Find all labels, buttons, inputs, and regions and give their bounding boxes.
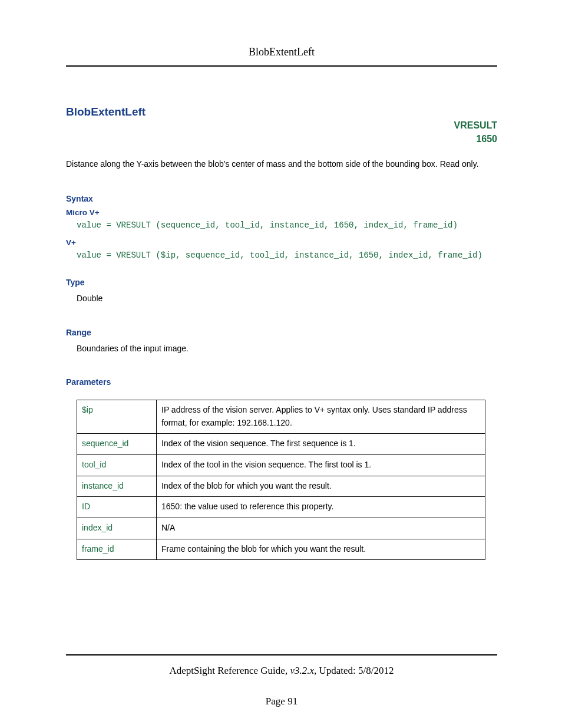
- param-name: $ip: [77, 400, 157, 433]
- parameters-heading: Parameters: [66, 377, 497, 387]
- vresult-code: 1650: [66, 132, 497, 146]
- footer-page-label: Page: [266, 696, 285, 707]
- micro-vplus-code: value = VRESULT (sequence_id, tool_id, i…: [77, 220, 497, 230]
- param-name: index_id: [77, 518, 157, 539]
- footer-guide-name: AdeptSight Reference Guide: [169, 665, 285, 676]
- param-desc: Index of the blob for which you want the…: [157, 476, 485, 497]
- range-heading: Range: [66, 328, 497, 337]
- type-section: Type Double: [66, 278, 497, 305]
- table-row: instance_idIndex of the blob for which y…: [77, 476, 485, 497]
- table-row: sequence_idIndex of the vision sequence.…: [77, 434, 485, 455]
- table-row: $ipIP address of the vision server. Appl…: [77, 400, 485, 433]
- footer-version: v3.2.x: [290, 665, 314, 676]
- range-section: Range Boundaries of the input image.: [66, 328, 497, 355]
- footer-page: Page 91: [66, 696, 497, 707]
- vplus-code: value = VRESULT ($ip, sequence_id, tool_…: [77, 251, 497, 260]
- micro-vplus-label: Micro V+: [66, 208, 497, 217]
- syntax-heading: Syntax: [66, 194, 497, 203]
- param-name: tool_id: [77, 455, 157, 476]
- running-header: BlobExtentLeft: [66, 46, 497, 67]
- syntax-section: Syntax Micro V+ value = VRESULT (sequenc…: [66, 194, 497, 260]
- param-name: frame_id: [77, 539, 157, 560]
- parameters-table: $ipIP address of the vision server. Appl…: [77, 400, 485, 561]
- footer-updated-label: Updated:: [319, 665, 355, 676]
- type-heading: Type: [66, 278, 497, 287]
- page-title: BlobExtentLeft: [66, 106, 497, 118]
- param-desc: 1650: the value used to reference this p…: [157, 497, 485, 518]
- param-name: ID: [77, 497, 157, 518]
- vresult-label: VRESULT: [66, 118, 497, 132]
- description-text: Distance along the Y-axis between the bl…: [66, 157, 497, 172]
- page-footer: AdeptSight Reference Guide, v3.2.x, Upda…: [66, 654, 497, 707]
- footer-updated-date: 5/8/2012: [358, 665, 394, 676]
- table-row: index_idN/A: [77, 518, 485, 539]
- param-name: sequence_id: [77, 434, 157, 455]
- table-row: tool_idIndex of the tool in the vision s…: [77, 455, 485, 476]
- param-desc: Index of the tool in the vision sequence…: [157, 455, 485, 476]
- footer-page-number: 91: [287, 696, 297, 707]
- vplus-label: V+: [66, 238, 497, 247]
- vresult-block: VRESULT 1650: [66, 118, 497, 146]
- range-value: Boundaries of the input image.: [77, 342, 497, 355]
- param-desc: IP address of the vision server. Applies…: [157, 400, 485, 433]
- param-name: instance_id: [77, 476, 157, 497]
- param-desc: Frame containing the blob for which you …: [157, 539, 485, 560]
- type-value: Double: [77, 292, 497, 305]
- table-row: frame_idFrame containing the blob for wh…: [77, 539, 485, 560]
- parameters-section: Parameters $ipIP address of the vision s…: [66, 377, 497, 561]
- param-desc: Index of the vision sequence. The first …: [157, 434, 485, 455]
- footer-guide-line: AdeptSight Reference Guide, v3.2.x, Upda…: [66, 665, 497, 677]
- table-row: ID1650: the value used to reference this…: [77, 497, 485, 518]
- param-desc: N/A: [157, 518, 485, 539]
